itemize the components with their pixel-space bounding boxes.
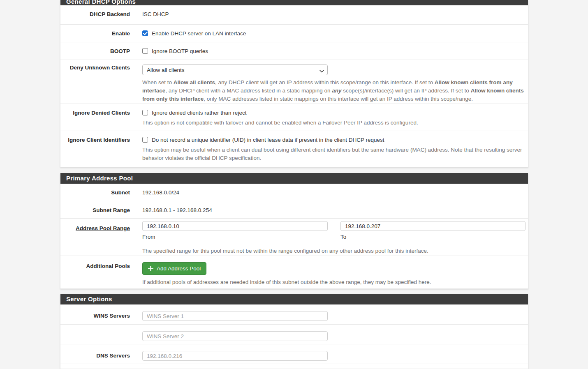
row-partial-cutoff — [60, 364, 528, 369]
row-dns-server-1: DNS Servers — [60, 344, 528, 364]
field-label-wins-server-2-empty — [60, 331, 142, 344]
subnet-value: 192.168.0.0/24 — [142, 189, 528, 202]
field-label-dhcp-backend: DHCP Backend — [60, 11, 142, 24]
wins-server-2-input[interactable] — [142, 331, 328, 341]
ignore-client-identifiers-checkbox-label[interactable]: Do not record a unique identifier (UID) … — [152, 137, 384, 143]
panel-server-options: Server Options WINS Servers DNS Servers — [60, 294, 528, 369]
ignore-bootp-checkbox[interactable] — [142, 48, 148, 54]
help-ignore-denied-clients: This option is not compatible with failo… — [142, 119, 525, 127]
row-ignore-client-identifiers: Ignore Client Identifiers Do not record … — [60, 131, 528, 167]
pool-range-to-input[interactable] — [340, 221, 525, 231]
row-enable: Enable Enable DHCP server on LAN interfa… — [60, 24, 528, 42]
field-label-wins-servers: WINS Servers — [60, 311, 142, 324]
field-label-deny-unknown-clients: Deny Unknown Clients — [60, 65, 142, 104]
field-label-dns-servers: DNS Servers — [60, 351, 142, 364]
plus-icon — [148, 266, 153, 271]
field-label-ignore-denied-clients: Ignore Denied Clients — [60, 110, 142, 131]
row-wins-server-1: WINS Servers — [60, 304, 528, 324]
row-bootp: BOOTP Ignore BOOTP queries — [60, 42, 528, 60]
row-ignore-denied-clients: Ignore Denied Clients Ignore denied clie… — [60, 104, 528, 131]
deny-unknown-clients-select[interactable]: Allow all clients — [142, 65, 328, 75]
subnet-range-value: 192.168.0.1 - 192.168.0.254 — [142, 207, 528, 218]
pool-range-from-input[interactable] — [142, 221, 328, 231]
pool-range-to-caption: To — [340, 234, 525, 240]
field-label-subnet-range: Subnet Range — [60, 207, 142, 218]
help-additional-pools: If additional pools of addresses are nee… — [142, 278, 525, 286]
row-additional-pools: Additional Pools Add Address Pool If add… — [60, 256, 528, 288]
dhcp-backend-value: ISC DHCP — [142, 11, 528, 24]
check-icon — [143, 32, 148, 35]
ignore-bootp-checkbox-label[interactable]: Ignore BOOTP queries — [152, 48, 208, 55]
ignore-client-identifiers-checkbox[interactable] — [142, 137, 148, 143]
field-label-subnet: Subnet — [60, 189, 142, 202]
section-header-primary-address-pool: Primary Address Pool — [60, 173, 528, 184]
section-header-server-options: Server Options — [60, 294, 528, 304]
help-address-pool-range: The specified range for this pool must n… — [142, 247, 525, 255]
help-deny-unknown-clients: When set to Allow all clients, any DHCP … — [142, 78, 525, 103]
panel-primary-address-pool: Primary Address Pool Subnet 192.168.0.0/… — [60, 173, 528, 289]
field-label-bootp: BOOTP — [60, 48, 142, 60]
field-label-address-pool-range: Address Pool Range — [60, 221, 142, 256]
panel-general-dhcp-options: General DHCP Options DHCP Backend ISC DH… — [60, 0, 528, 167]
field-label-ignore-client-identifiers: Ignore Client Identifiers — [60, 137, 142, 167]
row-subnet-range: Subnet Range 192.168.0.1 - 192.168.0.254 — [60, 202, 528, 218]
row-dhcp-backend: DHCP Backend ISC DHCP — [60, 5, 528, 24]
row-subnet: Subnet 192.168.0.0/24 — [60, 184, 528, 202]
ignore-denied-clients-checkbox-label[interactable]: Ignore denied clients rather than reject — [152, 110, 246, 116]
field-label-additional-pools: Additional Pools — [60, 262, 142, 288]
enable-dhcp-checkbox[interactable] — [142, 30, 148, 36]
deny-unknown-clients-select-wrap: Allow all clients — [142, 65, 328, 75]
section-title: General DHCP Options — [60, 0, 528, 5]
wins-server-1-input[interactable] — [142, 311, 328, 321]
add-address-pool-button[interactable]: Add Address Pool — [142, 262, 206, 275]
ignore-denied-clients-checkbox[interactable] — [142, 110, 148, 115]
field-label-enable: Enable — [60, 30, 142, 42]
row-address-pool-range: Address Pool Range From To The specified… — [60, 218, 528, 256]
help-ignore-client-identifiers: This option may be useful when a client … — [142, 146, 525, 162]
enable-dhcp-checkbox-label[interactable]: Enable DHCP server on LAN interface — [152, 30, 246, 37]
row-deny-unknown-clients: Deny Unknown Clients Allow all clients W… — [60, 60, 528, 104]
pool-range-from-caption: From — [142, 234, 328, 240]
dns-server-1-input[interactable] — [142, 351, 328, 361]
section-header-general-dhcp-options: General DHCP Options — [60, 0, 528, 5]
add-address-pool-button-label: Add Address Pool — [157, 265, 201, 272]
row-wins-server-2 — [60, 324, 528, 344]
